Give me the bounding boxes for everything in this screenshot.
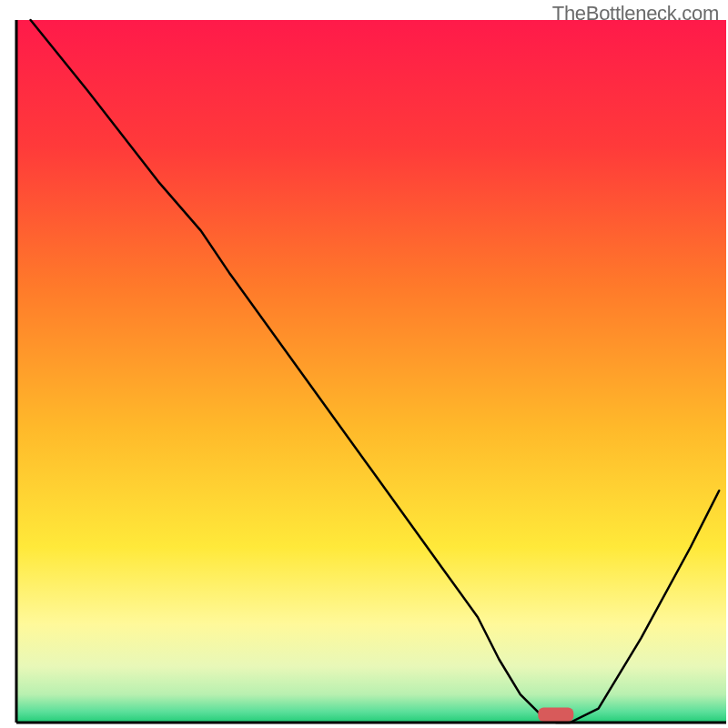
chart-background	[16, 20, 726, 723]
bottleneck-chart	[0, 0, 728, 728]
chart-container: TheBottleneck.com	[0, 0, 728, 728]
watermark-text: TheBottleneck.com	[552, 2, 719, 25]
optimal-marker	[538, 708, 573, 722]
